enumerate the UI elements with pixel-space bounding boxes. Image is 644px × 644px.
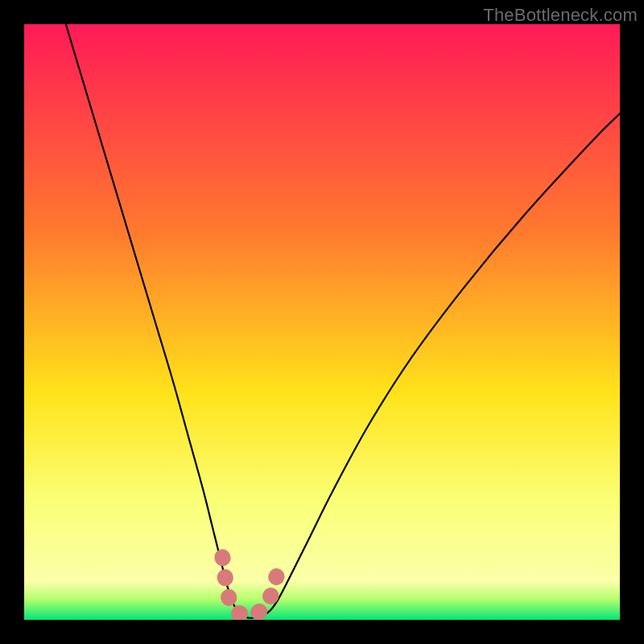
chart-plot-area [24,24,620,620]
watermark: TheBottleneck.com [483,5,638,26]
marker-strip [222,557,279,614]
curve-layer [24,24,620,620]
bottleneck-curve [66,24,620,618]
chart-frame: TheBottleneck.com [0,0,644,644]
